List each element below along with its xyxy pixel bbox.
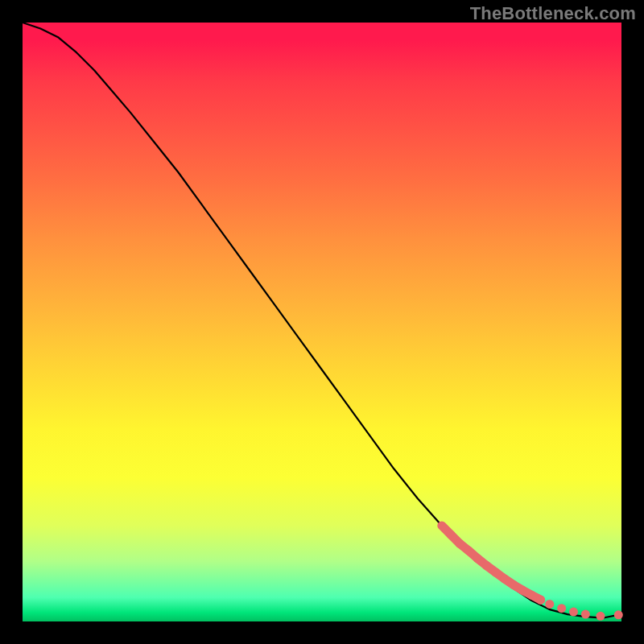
highlight-dot [581, 610, 590, 619]
highlight-dot [536, 596, 545, 605]
chart-area [23, 23, 621, 621]
plot-svg [23, 23, 621, 621]
highlight-dot [569, 608, 578, 617]
highlight-dot [557, 604, 566, 613]
watermark-text: TheBottleneck.com [470, 3, 636, 24]
bottleneck-curve [23, 23, 621, 618]
highlight-dot [545, 600, 554, 609]
highlight-dot [596, 612, 605, 621]
highlight-points-layer [442, 526, 623, 621]
highlight-dot [614, 610, 623, 619]
